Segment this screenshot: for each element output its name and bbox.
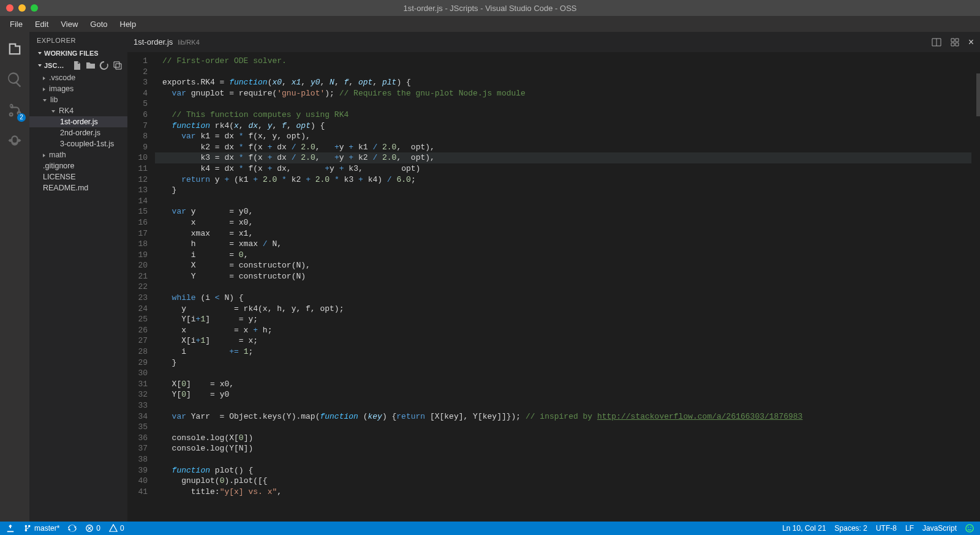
maximize-window-icon[interactable]: [31, 4, 38, 12]
folder-images[interactable]: images: [29, 83, 127, 94]
project-header[interactable]: JSC…: [29, 59, 127, 72]
more-actions-icon[interactable]: [950, 37, 960, 47]
overview-ruler[interactable]: [971, 52, 980, 522]
status-encoding[interactable]: UTF-8: [876, 524, 897, 533]
menu-goto[interactable]: Goto: [84, 17, 113, 31]
feedback-icon[interactable]: [965, 524, 974, 533]
menu-edit[interactable]: Edit: [29, 17, 55, 31]
search-icon[interactable]: [6, 71, 23, 88]
menu-view[interactable]: View: [55, 17, 84, 31]
status-remote[interactable]: [6, 524, 15, 533]
sidebar: EXPLORER WORKING FILES JSC… .vscodeimage…: [29, 32, 127, 522]
folder-lib[interactable]: lib: [29, 94, 127, 105]
menu-file[interactable]: File: [4, 17, 29, 31]
folder-RK4[interactable]: RK4: [29, 105, 127, 116]
activity-bar: 2: [0, 32, 29, 522]
traffic-lights: [0, 4, 38, 12]
code-area[interactable]: // First-order ODE solver. exports.RK4 =…: [155, 52, 971, 522]
status-sync[interactable]: [68, 524, 77, 533]
menu-bar: FileEditViewGotoHelp: [0, 16, 980, 32]
file-2nd-order-js[interactable]: 2nd-order.js: [29, 127, 127, 138]
svg-point-2: [968, 526, 969, 528]
debug-icon[interactable]: [6, 134, 23, 151]
status-language[interactable]: JavaScript: [922, 524, 957, 533]
editor: 1st-order.js lib/RK4 × 12345678910111213…: [127, 32, 980, 522]
tab-path: lib/RK4: [178, 39, 199, 46]
file-tree: .vscodeimageslibRK41st-order.js2nd-order…: [29, 72, 127, 193]
refresh-icon[interactable]: [99, 61, 109, 70]
active-tab[interactable]: 1st-order.js lib/RK4: [134, 37, 200, 47]
new-file-icon[interactable]: [72, 61, 82, 70]
svg-point-1: [966, 525, 973, 532]
status-branch[interactable]: master*: [23, 524, 59, 533]
close-tab-icon[interactable]: ×: [968, 37, 974, 48]
window-titlebar: 1st-order.js - JScripts - Visual Studio …: [0, 0, 980, 16]
line-number-gutter: 1234567891011121314151617181920212223242…: [127, 52, 155, 522]
menu-help[interactable]: Help: [114, 17, 143, 31]
split-editor-icon[interactable]: [932, 37, 941, 47]
new-folder-icon[interactable]: [86, 61, 96, 70]
folder--vscode[interactable]: .vscode: [29, 72, 127, 83]
source-control-icon[interactable]: 2: [6, 102, 23, 121]
folder-math[interactable]: math: [29, 149, 127, 160]
status-cursor[interactable]: Ln 10, Col 21: [782, 524, 826, 533]
status-indent[interactable]: Spaces: 2: [835, 524, 867, 533]
status-eol[interactable]: LF: [905, 524, 914, 533]
window-title: 1st-order.js - JScripts - Visual Studio …: [0, 4, 980, 13]
close-window-icon[interactable]: [6, 4, 13, 12]
file--gitignore[interactable]: .gitignore: [29, 160, 127, 171]
status-bar: master* 0 0 Ln 10, Col 21 Spaces: 2 UTF-…: [0, 522, 980, 535]
working-files-header[interactable]: WORKING FILES: [29, 48, 127, 59]
status-warnings[interactable]: 0: [109, 524, 124, 533]
file-LICENSE[interactable]: LICENSE: [29, 171, 127, 182]
file-1st-order-js[interactable]: 1st-order.js: [29, 116, 127, 127]
svg-point-3: [970, 526, 971, 528]
sidebar-title: EXPLORER: [29, 32, 127, 48]
file-3-coupled-1st-js[interactable]: 3-coupled-1st.js: [29, 138, 127, 149]
minimize-window-icon[interactable]: [18, 4, 26, 12]
file-README-md[interactable]: README.md: [29, 182, 127, 193]
scm-badge: 2: [17, 113, 26, 122]
tab-filename: 1st-order.js: [134, 37, 173, 47]
collapse-all-icon[interactable]: [113, 61, 123, 70]
editor-tab-bar: 1st-order.js lib/RK4 ×: [127, 32, 980, 52]
status-errors[interactable]: 0: [85, 524, 100, 533]
explorer-icon[interactable]: [6, 40, 23, 58]
